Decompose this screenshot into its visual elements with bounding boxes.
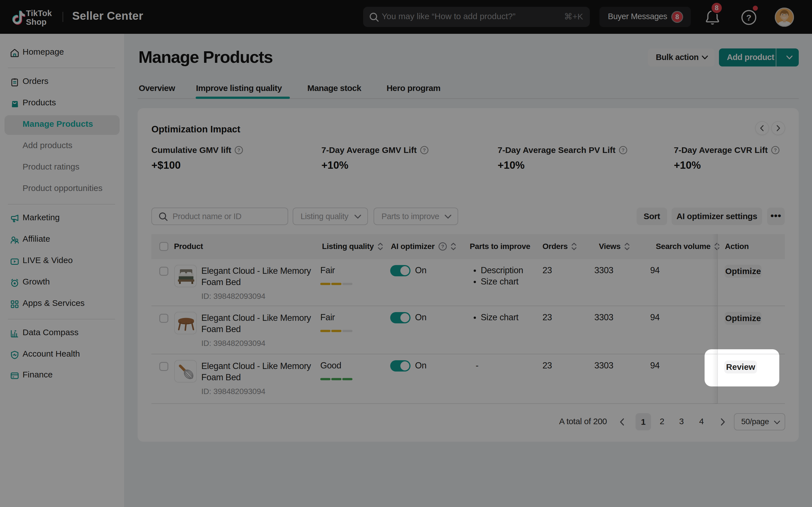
svg-text:?: ? [423,148,426,153]
svg-text:?: ? [774,148,777,153]
svg-text:?: ? [441,244,444,249]
svg-text:?: ? [746,13,751,22]
svg-text:?: ? [238,148,240,153]
svg-text:?: ? [622,148,624,153]
